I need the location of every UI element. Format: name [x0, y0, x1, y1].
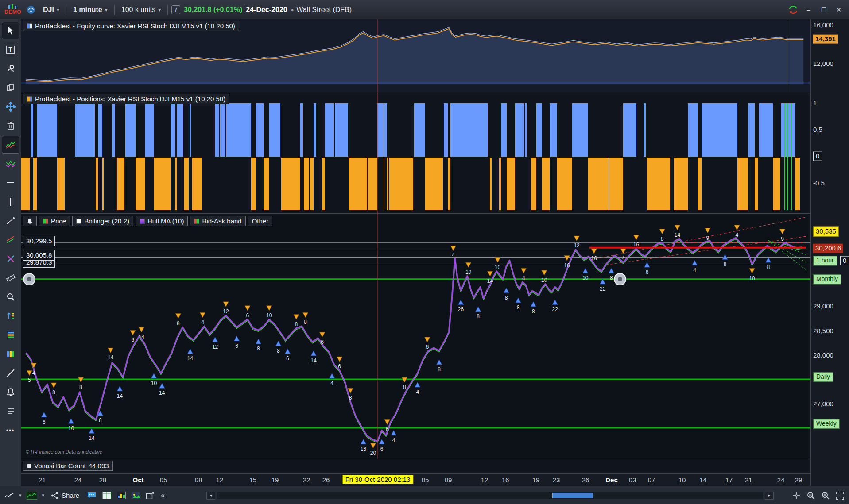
tool-cross-lines[interactable]: [2, 250, 19, 268]
share-button[interactable]: Share: [48, 490, 82, 501]
scroll-left-button[interactable]: ◂: [206, 492, 215, 500]
chart-scrollbar[interactable]: [217, 492, 763, 499]
svg-text:10: 10: [68, 425, 74, 431]
legend-other[interactable]: Other: [248, 216, 273, 226]
tool-trend-lines[interactable]: [2, 231, 19, 249]
tool-text[interactable]: T: [2, 41, 19, 58]
svg-text:26: 26: [458, 306, 464, 312]
svg-text:9: 9: [706, 235, 709, 241]
tool-indicators[interactable]: [2, 155, 19, 173]
tool-line[interactable]: [2, 364, 19, 382]
tool-segment[interactable]: [2, 212, 19, 230]
timeframe-chip[interactable]: Weekly: [813, 419, 840, 429]
template-menu-caret[interactable]: ▾: [42, 492, 45, 498]
axis-tag-red: 30,200.6: [813, 244, 843, 253]
timeframe-selector[interactable]: 1 minute ▾: [70, 4, 111, 15]
positions-chart[interactable]: [21, 92, 810, 213]
svg-text:10: 10: [465, 269, 472, 275]
equity-icon: [27, 23, 32, 29]
vonasi-panel[interactable]: Vonasi Bar Count 44,093: [21, 459, 810, 473]
price-axis-column[interactable]: 16,00014,39112,00010.50-0.530,53530,200.…: [810, 19, 849, 486]
instrument-selector[interactable]: DJI ▾: [40, 4, 62, 15]
vonasi-panel-title[interactable]: Vonasi Bar Count 44,093: [23, 461, 113, 471]
tool-pointer[interactable]: [2, 22, 19, 39]
price-chart[interactable]: 5468108148141461410148144121266810868814…: [21, 214, 810, 459]
tool-alerts[interactable]: [2, 383, 19, 401]
orders-icon: [6, 407, 15, 416]
svg-text:16: 16: [361, 446, 367, 452]
scroll-right-button[interactable]: ▸: [765, 492, 774, 500]
positions-panel[interactable]: ProBacktest - Positions: Xavier RSI Stoc…: [21, 92, 810, 213]
connection-icon[interactable]: [26, 4, 36, 15]
export-table-icon[interactable]: [101, 491, 112, 500]
tool-duplicate[interactable]: [2, 79, 19, 96]
timeframe-label: 1 minute: [73, 6, 102, 14]
app-logo: DEMO: [4, 4, 21, 15]
detach-window-icon[interactable]: [145, 491, 155, 500]
minimize-button[interactable]: –: [803, 5, 814, 15]
axis-label: 16,000: [813, 21, 833, 30]
chat-icon[interactable]: [86, 491, 97, 500]
timeframe-chip[interactable]: Daily: [813, 372, 833, 382]
units-selector[interactable]: 100 k units ▾: [118, 4, 164, 15]
legend-bollinger[interactable]: Bollinger (20 2): [72, 216, 133, 226]
svg-text:6: 6: [286, 355, 289, 362]
refresh-icon[interactable]: [787, 4, 799, 15]
stats-table-icon[interactable]: [116, 491, 127, 500]
svg-text:8: 8: [79, 384, 82, 390]
columns-icon: [6, 350, 15, 358]
tool-vertical-line[interactable]: [2, 193, 19, 211]
tool-ruler[interactable]: [2, 269, 19, 287]
close-button[interactable]: ✕: [833, 5, 845, 15]
svg-text:8: 8: [177, 320, 180, 327]
equity-panel[interactable]: ProBacktest - Equity curve: Xavier RSI S…: [21, 19, 810, 92]
timeframe-chip[interactable]: 1 hour: [813, 256, 837, 265]
price-panel[interactable]: 5468108148141461410148144121266810868814…: [21, 213, 810, 459]
zoom-in-icon[interactable]: [820, 490, 831, 501]
collapse-icon[interactable]: «: [159, 492, 167, 500]
tool-chart-style[interactable]: [2, 136, 19, 154]
chart-template-icon[interactable]: [26, 491, 38, 500]
draw-menu-caret[interactable]: ▾: [19, 492, 22, 498]
share-label: Share: [62, 492, 79, 499]
tool-move[interactable]: [2, 98, 19, 115]
info-icon[interactable]: i: [171, 5, 180, 14]
scrollbar-thumb[interactable]: [552, 493, 593, 498]
svg-text:12: 12: [574, 242, 580, 249]
legend-hull[interactable]: Hull MA (10): [136, 216, 188, 226]
pan-icon[interactable]: [791, 490, 802, 501]
fit-chart-icon[interactable]: [835, 490, 845, 501]
legend-price[interactable]: Price: [39, 216, 70, 226]
svg-text:8: 8: [438, 366, 441, 373]
positions-icon: [27, 96, 32, 102]
zoom-out-icon[interactable]: [806, 490, 816, 501]
maximize-button[interactable]: ❐: [818, 5, 830, 15]
axis-tag-yellow: 30,535: [813, 227, 839, 237]
tool-horizontal-line[interactable]: [2, 174, 19, 192]
tool-more[interactable]: •••: [2, 421, 19, 439]
svg-text:16: 16: [591, 255, 597, 262]
legend-bidask[interactable]: Bid-Ask band: [190, 216, 245, 226]
chart-area[interactable]: ProBacktest - Equity curve: Xavier RSI S…: [21, 19, 810, 486]
positions-panel-title[interactable]: ProBacktest - Positions: Xavier RSI Stoc…: [23, 94, 229, 104]
timeframe-chip[interactable]: Monthly: [813, 274, 841, 284]
tool-layers[interactable]: [2, 326, 19, 344]
time-axis[interactable]: 212428Oct0508121519222605091216192326Dec…: [21, 473, 810, 486]
svg-text:4: 4: [693, 267, 696, 273]
svg-text:10: 10: [495, 264, 501, 270]
tool-sort[interactable]: [2, 307, 19, 325]
tool-tools[interactable]: [2, 60, 19, 77]
chart-date: 24-Dec-2020: [246, 6, 287, 14]
draw-icon[interactable]: [4, 491, 15, 500]
screenshot-icon[interactable]: [131, 491, 141, 500]
alerts-chip[interactable]: [23, 216, 37, 226]
separator: [66, 4, 66, 15]
svg-text:6: 6: [131, 337, 134, 343]
tool-columns[interactable]: [2, 345, 19, 363]
tool-orders[interactable]: [2, 402, 19, 420]
pointer-icon: [6, 26, 15, 35]
tool-delete[interactable]: [2, 117, 19, 135]
equity-panel-title[interactable]: ProBacktest - Equity curve: Xavier RSI S…: [23, 21, 239, 31]
tool-magnifier[interactable]: [2, 288, 19, 306]
xaxis-label: 03: [629, 476, 636, 484]
